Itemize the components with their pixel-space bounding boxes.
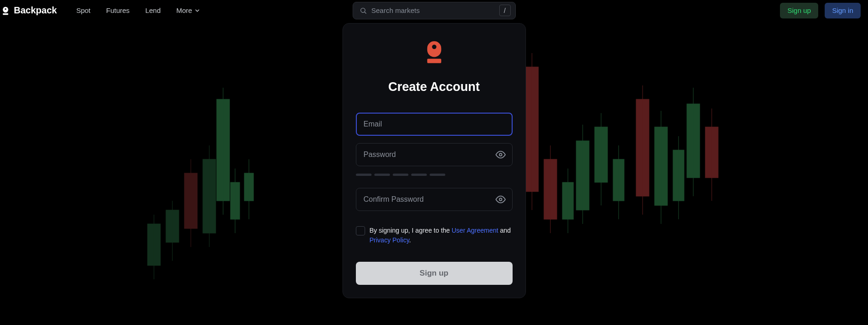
search-input[interactable] bbox=[372, 6, 499, 14]
card-logo-icon bbox=[425, 40, 443, 66]
svg-rect-53 bbox=[427, 59, 441, 63]
submit-signup-button[interactable]: Sign up bbox=[356, 262, 513, 285]
auth-buttons: Sign up Sign in bbox=[780, 3, 861, 18]
card-title: Create Account bbox=[388, 80, 480, 94]
svg-rect-48 bbox=[3, 13, 8, 14]
nav-lend[interactable]: Lend bbox=[145, 6, 160, 14]
confirm-password-field-wrap bbox=[356, 188, 513, 211]
svg-point-47 bbox=[5, 8, 6, 10]
nav-more[interactable]: More bbox=[177, 6, 201, 14]
nav-spot[interactable]: Spot bbox=[76, 6, 90, 14]
svg-point-54 bbox=[499, 153, 502, 156]
eye-icon[interactable] bbox=[496, 150, 506, 160]
svg-point-52 bbox=[432, 45, 437, 49]
header: Backpack Spot Futures Lend More / Sign u… bbox=[0, 0, 868, 21]
main-nav: Spot Futures Lend More bbox=[76, 6, 200, 14]
create-account-card: Create Account By signing up, I agree to… bbox=[342, 23, 526, 298]
email-field[interactable] bbox=[356, 113, 513, 136]
strength-bar bbox=[393, 174, 408, 176]
header-signin-button[interactable]: Sign in bbox=[825, 3, 861, 18]
strength-bar bbox=[430, 174, 445, 176]
chevron-down-icon bbox=[194, 7, 201, 14]
terms-row: By signing up, I agree to the User Agree… bbox=[356, 226, 513, 245]
backpack-icon bbox=[1, 6, 10, 15]
strength-bar bbox=[374, 174, 390, 176]
password-field[interactable] bbox=[364, 150, 491, 159]
svg-line-50 bbox=[365, 12, 366, 13]
brand-text: Backpack bbox=[14, 5, 57, 16]
search-icon bbox=[360, 7, 367, 14]
brand-logo[interactable]: Backpack bbox=[1, 5, 57, 16]
password-strength-meter bbox=[356, 174, 513, 176]
confirm-password-field[interactable] bbox=[364, 195, 491, 204]
password-field-wrap bbox=[356, 143, 513, 166]
nav-futures[interactable]: Futures bbox=[106, 6, 130, 14]
strength-bar bbox=[356, 174, 372, 176]
terms-text: By signing up, I agree to the User Agree… bbox=[370, 226, 513, 245]
search-shortcut-key: / bbox=[499, 5, 511, 16]
svg-point-55 bbox=[499, 198, 502, 201]
eye-icon[interactable] bbox=[496, 194, 506, 205]
terms-mid: and bbox=[498, 227, 511, 234]
strength-bar bbox=[411, 174, 427, 176]
search-bar[interactable]: / bbox=[353, 2, 516, 19]
terms-checkbox[interactable] bbox=[356, 226, 365, 235]
terms-prefix: By signing up, I agree to the bbox=[370, 227, 452, 234]
nav-more-label: More bbox=[177, 6, 192, 14]
user-agreement-link[interactable]: User Agreement bbox=[452, 227, 498, 234]
header-signup-button[interactable]: Sign up bbox=[780, 3, 818, 18]
privacy-policy-link[interactable]: Privacy Policy bbox=[370, 236, 409, 244]
terms-suffix: . bbox=[409, 236, 411, 244]
